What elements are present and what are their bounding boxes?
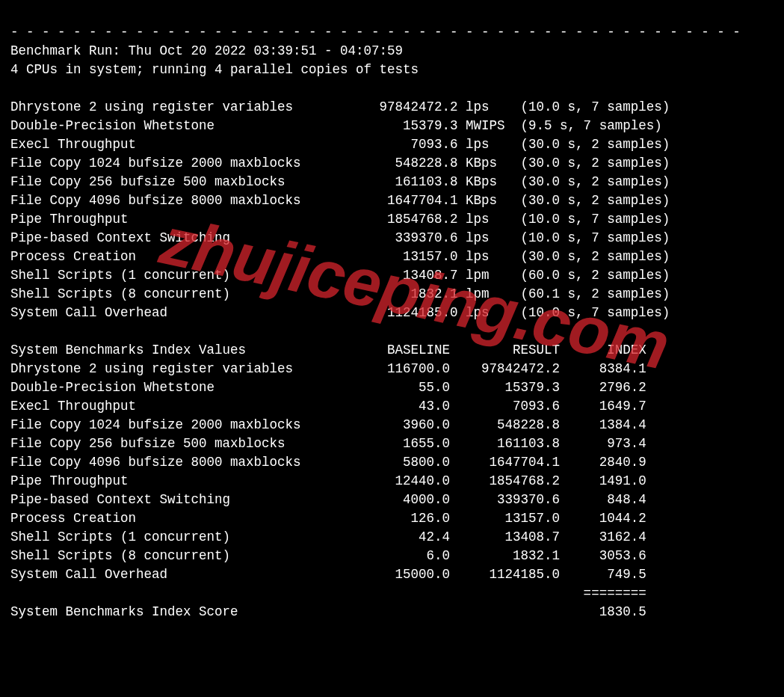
dash-line: - - - - - - - - - - - - - - - - - - - - …	[10, 25, 741, 40]
benchmark-run-line: Benchmark Run: Thu Oct 20 2022 03:39:51 …	[10, 43, 403, 58]
terminal-output: - - - - - - - - - - - - - - - - - - - - …	[0, 0, 784, 651]
tests-block: Dhrystone 2 using register variables 978…	[10, 99, 670, 320]
score-block: System Benchmarks Index Score 1830.5	[10, 604, 646, 619]
index-block: System Benchmarks Index Values BASELINE …	[10, 343, 646, 601]
cpu-line: 4 CPUs in system; running 4 parallel cop…	[10, 62, 419, 77]
